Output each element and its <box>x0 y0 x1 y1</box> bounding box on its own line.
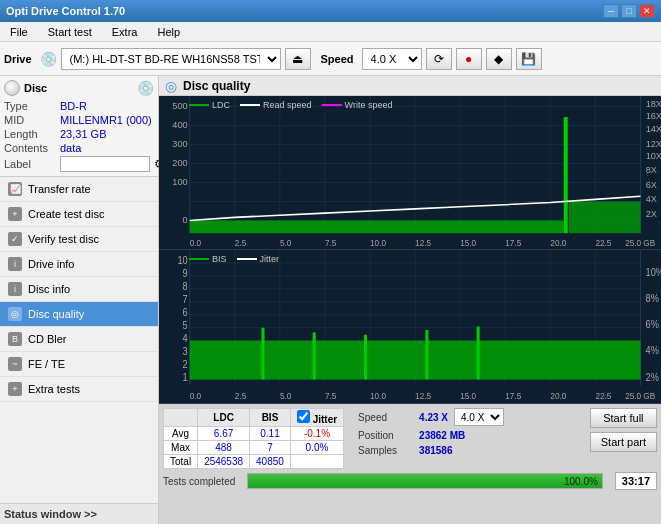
svg-text:10: 10 <box>177 255 188 267</box>
col-header-bis: BIS <box>250 409 291 427</box>
position-stat-row: Position 23862 MB <box>358 430 504 441</box>
svg-text:18X: 18X <box>646 98 661 108</box>
svg-text:400: 400 <box>172 120 187 130</box>
sidebar-item-transfer-rate[interactable]: 📈 Transfer rate <box>0 177 158 202</box>
maximize-button[interactable]: □ <box>621 4 637 18</box>
svg-text:10%: 10% <box>646 266 661 278</box>
dq-icon: ◎ <box>165 78 177 94</box>
status-window-toggle[interactable]: Status window >> <box>0 503 158 524</box>
menu-start-test[interactable]: Start test <box>42 24 98 40</box>
svg-text:300: 300 <box>172 139 187 149</box>
toolbar: Drive 💿 (M:) HL-DT-ST BD-RE WH16NS58 TST… <box>0 42 661 76</box>
svg-text:3: 3 <box>183 345 189 357</box>
svg-text:200: 200 <box>172 158 187 168</box>
legend-bis: BIS <box>189 254 227 264</box>
type-field-label: Type <box>4 100 56 112</box>
minimize-button[interactable]: ─ <box>603 4 619 18</box>
svg-rect-19 <box>564 117 568 233</box>
sidebar-item-fe-te[interactable]: ~ FE / TE <box>0 352 158 377</box>
svg-text:12.5: 12.5 <box>415 391 431 402</box>
label-input[interactable] <box>60 156 150 172</box>
legend-jitter-label: Jitter <box>260 254 280 264</box>
svg-text:500: 500 <box>172 101 187 111</box>
menu-bar: File Start test Extra Help <box>0 22 661 42</box>
avg-jitter: -0.1% <box>290 427 343 441</box>
svg-rect-72 <box>425 330 428 379</box>
start-full-button[interactable]: Start full <box>590 408 657 428</box>
svg-text:20.0: 20.0 <box>550 391 566 402</box>
max-jitter: 0.0% <box>290 441 343 455</box>
svg-text:0.0: 0.0 <box>190 391 201 402</box>
svg-text:20.0: 20.0 <box>550 238 566 248</box>
refresh-button[interactable]: ⟳ <box>426 48 452 70</box>
speed-stat-row: Speed 4.23 X 4.0 X <box>358 408 504 426</box>
chart1-container: LDC Read speed Write speed <box>159 96 661 250</box>
avg-ldc: 6.67 <box>198 427 250 441</box>
svg-text:14X: 14X <box>646 124 661 134</box>
cd-bler-icon: B <box>8 332 22 346</box>
sidebar-item-verify-test-disc[interactable]: ✓ Verify test disc <box>0 227 158 252</box>
samples-stat-row: Samples 381586 <box>358 445 504 456</box>
title-bar: Opti Drive Control 1.70 ─ □ ✕ <box>0 0 661 22</box>
sidebar-item-cd-bler[interactable]: B CD Bler <box>0 327 158 352</box>
dq-title: Disc quality <box>183 79 250 93</box>
total-row-label: Total <box>164 455 198 469</box>
speed-selector[interactable]: 4.0 X <box>362 48 422 70</box>
jitter-checkbox[interactable] <box>297 410 310 423</box>
eject-button[interactable]: ⏏ <box>285 48 311 70</box>
menu-help[interactable]: Help <box>151 24 186 40</box>
speed-stat-label: Speed <box>358 412 413 423</box>
read-speed-color <box>240 104 260 106</box>
charts-area: LDC Read speed Write speed <box>159 96 661 404</box>
svg-text:2.5: 2.5 <box>235 238 247 248</box>
legend-bis-label: BIS <box>212 254 227 264</box>
legend-read-speed: Read speed <box>240 100 312 110</box>
close-button[interactable]: ✕ <box>639 4 655 18</box>
col-header-jitter-check: Jitter <box>290 409 343 427</box>
menu-file[interactable]: File <box>4 24 34 40</box>
svg-text:2.5: 2.5 <box>235 391 246 402</box>
save-button[interactable]: 💾 <box>516 48 542 70</box>
total-ldc: 2546538 <box>198 455 250 469</box>
sidebar-item-disc-quality[interactable]: ◎ Disc quality <box>0 302 158 327</box>
svg-text:15.0: 15.0 <box>460 238 476 248</box>
svg-text:15.0: 15.0 <box>460 391 476 402</box>
sidebar-label-create-test-disc: Create test disc <box>28 208 104 220</box>
sidebar-label-disc-info: Disc info <box>28 283 70 295</box>
sidebar-item-drive-info[interactable]: i Drive info <box>0 252 158 277</box>
svg-text:5: 5 <box>183 319 189 331</box>
sidebar-item-disc-info[interactable]: i Disc info <box>0 277 158 302</box>
sidebar-item-extra-tests[interactable]: + Extra tests <box>0 377 158 402</box>
status-window-label: Status window >> <box>4 508 97 520</box>
settings-button[interactable]: ◆ <box>486 48 512 70</box>
right-panel: ◎ Disc quality LDC Read speed <box>159 76 661 524</box>
drive-selector[interactable]: (M:) HL-DT-ST BD-RE WH16NS58 TST4 <box>61 48 281 70</box>
stats-bar: LDC BIS Jitter Avg 6.67 0.11 -0.1% <box>159 404 661 524</box>
chart2-legend: BIS Jitter <box>189 254 279 264</box>
svg-text:17.5: 17.5 <box>505 391 521 402</box>
record-button[interactable]: ● <box>456 48 482 70</box>
progress-bar-container: 100.0% <box>247 473 603 489</box>
jitter-label: Jitter <box>313 414 337 425</box>
contents-field-label: Contents <box>4 142 56 154</box>
start-part-button[interactable]: Start part <box>590 432 657 452</box>
chart1-legend: LDC Read speed Write speed <box>189 100 392 110</box>
svg-text:7.5: 7.5 <box>325 391 336 402</box>
jitter-color <box>237 258 257 260</box>
legend-read-speed-label: Read speed <box>263 100 312 110</box>
svg-rect-69 <box>261 328 264 380</box>
svg-text:25.0 GB: 25.0 GB <box>625 391 655 402</box>
speed-stat-selector[interactable]: 4.0 X <box>454 408 504 426</box>
mid-field-value: MILLENMR1 (000) <box>60 114 152 126</box>
menu-extra[interactable]: Extra <box>106 24 144 40</box>
disc-icon <box>4 80 20 96</box>
bottom-progress-row: Tests completed 100.0% 33:17 <box>163 471 657 491</box>
svg-text:10.0: 10.0 <box>370 391 386 402</box>
samples-label: Samples <box>358 445 413 456</box>
disc-panel: Disc 💿 Type BD-R MID MILLENMR1 (000) Len… <box>0 76 158 177</box>
chart2-svg: 10 9 8 7 6 5 4 3 2 1 10% 8% 6% 4% 2% <box>159 250 661 403</box>
sidebar-item-create-test-disc[interactable]: + Create test disc <box>0 202 158 227</box>
bis-color <box>189 258 209 260</box>
svg-text:8: 8 <box>183 280 189 292</box>
legend-write-speed: Write speed <box>322 100 393 110</box>
